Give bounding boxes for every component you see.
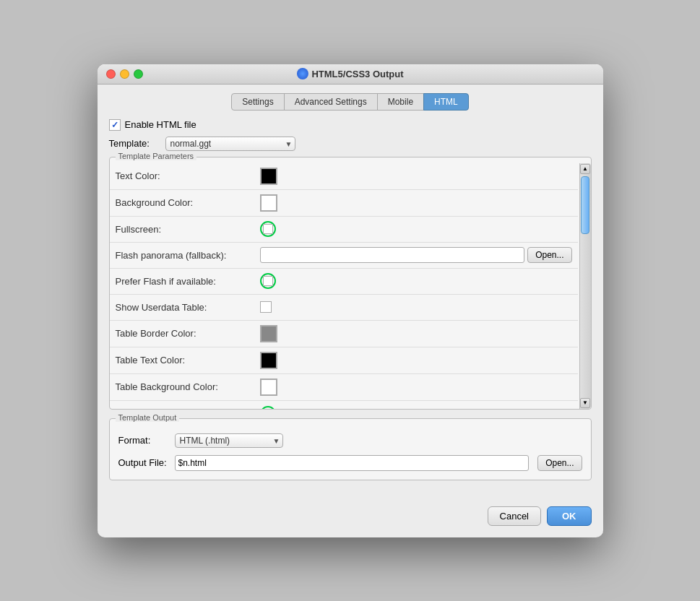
cache-manifest-checkbox[interactable]	[260, 406, 276, 409]
param-table-bg-color: Table Background Color:	[110, 374, 578, 401]
flash-panorama-input[interactable]	[260, 247, 525, 263]
format-label: Format:	[118, 435, 169, 446]
scroll-down-arrow[interactable]: ▼	[580, 398, 590, 408]
template-output-section: Template Output Format: HTML (.html) Out…	[109, 418, 592, 480]
output-label: Output File:	[118, 457, 169, 468]
table-bg-color-label: Table Background Color:	[116, 381, 260, 392]
bottom-buttons: Cancel OK	[98, 501, 603, 537]
maximize-button[interactable]	[134, 69, 143, 79]
prefer-flash-label: Prefer Flash if available:	[116, 276, 260, 287]
fullscreen-label: Fullscreen:	[116, 224, 260, 235]
format-select-wrapper: HTML (.html)	[175, 433, 283, 448]
window-title: HTML5/CSS3 Output	[296, 68, 403, 79]
scrollbar-track: ▲ ▼	[579, 163, 591, 409]
output-file-input[interactable]	[175, 455, 530, 471]
enable-html-row: ✓ Enable HTML file	[109, 119, 592, 131]
cancel-button[interactable]: Cancel	[488, 506, 541, 526]
param-bg-color: Background Color:	[110, 190, 578, 217]
params-container: Text Color: Background Color: Fullscreen…	[110, 163, 591, 409]
template-output-content: Format: HTML (.html) Output File: Open..…	[110, 419, 591, 480]
format-row: Format: HTML (.html)	[118, 433, 582, 448]
tab-mobile[interactable]: Mobile	[377, 93, 424, 111]
flash-panorama-open-btn[interactable]: Open...	[527, 247, 571, 263]
template-params-label: Template Parameters	[116, 152, 197, 160]
param-table-border-color: Table Border Color:	[110, 321, 578, 347]
fullscreen-checkbox-inner	[263, 224, 273, 234]
show-userdata-label: Show Userdata Table:	[116, 302, 260, 313]
traffic-lights	[106, 69, 143, 79]
param-prefer-flash: Prefer Flash if available:	[110, 269, 578, 295]
prefer-flash-checkbox-inner	[263, 276, 273, 286]
param-cache-manifest: Create HTML5 Cache Manifest:	[110, 401, 578, 409]
table-border-color-label: Table Border Color:	[116, 328, 260, 339]
table-text-color-swatch[interactable]	[260, 352, 277, 369]
text-color-label: Text Color:	[116, 170, 260, 181]
param-flash-panorama: Flash panorama (fallback): Open...	[110, 243, 578, 269]
template-label: Template:	[109, 138, 160, 149]
tab-html[interactable]: HTML	[423, 93, 469, 111]
param-table-text-color: Table Text Color:	[110, 347, 578, 374]
output-open-btn[interactable]: Open...	[537, 455, 582, 471]
titlebar: HTML5/CSS3 Output	[98, 64, 603, 85]
params-scroll[interactable]: Text Color: Background Color: Fullscreen…	[110, 163, 578, 409]
cache-manifest-label: Create HTML5 Cache Manifest:	[116, 408, 260, 409]
table-text-color-label: Table Text Color:	[116, 355, 260, 366]
template-row: Template: normal.ggt	[109, 137, 592, 151]
text-color-swatch[interactable]	[260, 168, 277, 185]
window-icon	[296, 68, 308, 79]
template-select[interactable]: normal.ggt	[165, 137, 295, 151]
table-border-color-swatch[interactable]	[260, 325, 277, 342]
tab-bar: Settings Advanced Settings Mobile HTML	[109, 93, 592, 111]
enable-html-label: Enable HTML file	[125, 119, 196, 130]
ok-button[interactable]: OK	[547, 506, 592, 526]
scroll-up-arrow[interactable]: ▲	[580, 164, 590, 174]
show-userdata-checkbox[interactable]	[260, 301, 272, 313]
param-fullscreen: Fullscreen:	[110, 217, 578, 243]
param-text-color: Text Color:	[110, 163, 578, 190]
main-window: HTML5/CSS3 Output Settings Advanced Sett…	[98, 64, 603, 537]
minimize-button[interactable]	[120, 69, 129, 79]
flash-panorama-label: Flash panorama (fallback):	[116, 250, 260, 261]
tab-settings[interactable]: Settings	[231, 93, 284, 111]
output-row: Output File: Open...	[118, 455, 582, 471]
template-select-wrapper: normal.ggt	[165, 137, 295, 151]
bg-color-label: Background Color:	[116, 197, 260, 208]
param-show-userdata: Show Userdata Table:	[110, 295, 578, 321]
tab-advanced-settings[interactable]: Advanced Settings	[284, 93, 378, 111]
format-select[interactable]: HTML (.html)	[175, 433, 283, 448]
fullscreen-checkbox[interactable]	[260, 221, 276, 237]
content-area: Settings Advanced Settings Mobile HTML ✓…	[98, 85, 603, 501]
enable-html-checkbox[interactable]: ✓	[109, 119, 121, 131]
checkmark-icon: ✓	[111, 120, 118, 130]
table-bg-color-swatch[interactable]	[260, 379, 277, 396]
prefer-flash-checkbox[interactable]	[260, 273, 276, 289]
close-button[interactable]	[106, 69, 116, 79]
bg-color-swatch[interactable]	[260, 194, 277, 212]
scroll-thumb[interactable]	[581, 176, 589, 234]
template-output-label: Template Output	[116, 413, 180, 422]
template-params-section: Template Parameters Text Color: Backgrou…	[109, 157, 592, 410]
